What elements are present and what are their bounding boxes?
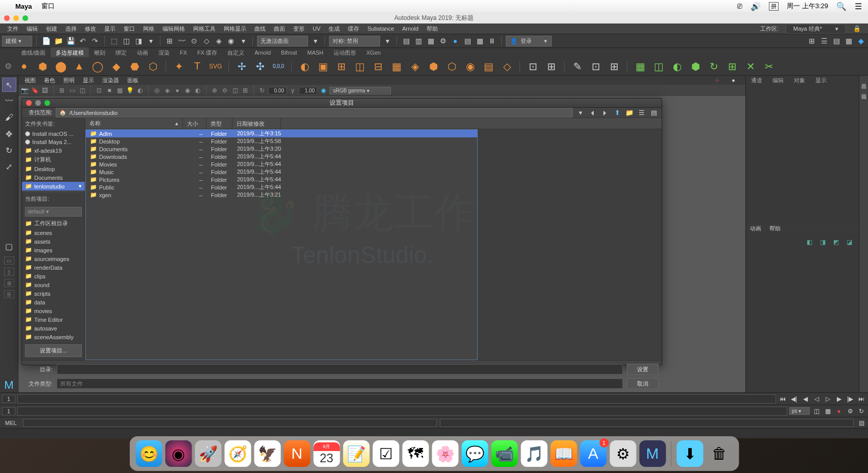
sel-mode-icon[interactable]: ▾ (146, 36, 156, 46)
project-dir-item[interactable]: 📁Time Editor (22, 315, 85, 324)
pt-light-icon[interactable]: 💡 (126, 86, 134, 94)
shelf-tab-poly[interactable]: 多边形建模 (51, 48, 89, 58)
outliner-toggle-icon[interactable]: ☰ (4, 290, 14, 298)
poly-cube-icon[interactable]: ⬢ (35, 59, 50, 74)
bookmark-item[interactable]: 📁Documents (22, 173, 85, 182)
fps-select[interactable]: ps ▾ (789, 407, 810, 415)
mirror-icon[interactable]: ▤ (481, 59, 496, 74)
uv5-icon[interactable]: ↻ (706, 59, 721, 74)
merge-icon[interactable]: ⬢ (426, 59, 441, 74)
file-row[interactable]: 📁Pictures--Folder2019/9...上午5:44 (86, 176, 477, 183)
dock-photos[interactable]: 🌸 (432, 440, 458, 467)
move-tool[interactable]: ✥ (2, 127, 16, 141)
minimize-window-button[interactable] (13, 15, 19, 21)
menu-curve[interactable]: 曲线 (250, 25, 270, 33)
svg-icon[interactable]: SVG (208, 59, 223, 74)
lasso-icon[interactable]: ◫ (121, 36, 131, 46)
menu-meshtools[interactable]: 网格工具 (189, 25, 220, 33)
pt-exp1-icon[interactable]: ⊕ (210, 86, 219, 94)
redo-icon[interactable]: ↷ (90, 36, 100, 46)
right-tab-channel[interactable]: 通道 (746, 75, 767, 86)
poly-cone-icon[interactable]: ▲ (72, 59, 87, 74)
playblast-icon[interactable]: ⏸ (487, 36, 497, 46)
pt-aa-icon[interactable]: ◉ (183, 86, 192, 94)
set-button[interactable]: 设置 (627, 364, 659, 375)
shelf-tab-fxcache[interactable]: FX 缓存 (192, 48, 222, 58)
pt-image-icon[interactable]: 🖼 (41, 86, 49, 94)
render-seq-icon[interactable]: ▦ (426, 36, 436, 46)
bookmark-item[interactable]: 📁tenlonstudio▾ (22, 182, 85, 191)
dock-trash[interactable]: 🗑 (706, 440, 733, 467)
type-select[interactable]: 所有文件 (57, 379, 623, 389)
right-tab-object[interactable]: 对象 (789, 75, 810, 86)
hypershade-icon[interactable]: ▦ (475, 36, 485, 46)
project-dir-item[interactable]: 📁sourceimages (22, 254, 85, 263)
col-name[interactable]: 名称▴ (85, 118, 183, 129)
collapse-icon[interactable]: ◈ (407, 59, 423, 74)
outliner-icon[interactable]: ☰ (819, 36, 829, 46)
shelf-tab-mash[interactable]: MASH (302, 48, 329, 57)
list-view-icon[interactable]: ☰ (637, 108, 646, 117)
new-folder-icon[interactable]: 📁 (625, 108, 634, 117)
anim-help[interactable]: 帮助 (769, 225, 781, 232)
paint-select-icon[interactable]: ◨ (133, 36, 144, 46)
dock-maya[interactable]: M (639, 440, 666, 467)
project-dir-item[interactable]: 📁movies (22, 306, 85, 315)
ipr-icon[interactable]: ▥ (413, 36, 424, 46)
file-row[interactable]: 📁xgen--Folder2019/9...上午3:21 (86, 191, 477, 199)
menu-help[interactable]: 帮助 (423, 25, 442, 33)
menu-surface[interactable]: 曲面 (270, 25, 289, 33)
uv1-icon[interactable]: ▦ (632, 59, 648, 74)
start-frame[interactable]: 1 (2, 395, 15, 403)
step-back-icon[interactable]: ◀ (801, 394, 810, 404)
pt-shadow-icon[interactable]: ◐ (136, 86, 144, 94)
poly-plane-icon[interactable]: ◆ (108, 59, 124, 74)
render-view-icon[interactable]: ▤ (462, 36, 473, 46)
file-row[interactable]: 📁Documents--Folder2019/9...上午3:20 (86, 145, 477, 153)
panel-light[interactable]: 照明 (59, 77, 79, 84)
bevel-icon[interactable]: ◫ (352, 59, 367, 74)
range-start[interactable]: 1 (2, 407, 15, 415)
layer-icon2[interactable]: ◨ (820, 239, 828, 246)
layer-icon1[interactable]: ◧ (807, 239, 815, 246)
dialog-zoom-button[interactable] (44, 100, 50, 106)
panel-shade[interactable]: 着色 (40, 77, 59, 84)
bookmark-item[interactable]: 📁Desktop (22, 164, 85, 173)
panel-renderer[interactable]: 渲染器 (98, 77, 123, 84)
dialog-title-bar[interactable]: 设置项目 (22, 99, 662, 108)
snap-point-icon[interactable]: ⊙ (189, 36, 199, 46)
project-dir-item[interactable]: 📁工作区根目录 (22, 219, 85, 228)
range-opt3-icon[interactable]: ⚙ (846, 407, 855, 416)
menu-uv[interactable]: UV (309, 26, 324, 32)
colorspace-select[interactable]: sRGB gamma ▾ (330, 87, 391, 94)
insert-edge-icon[interactable]: ⊞ (544, 59, 559, 74)
sculpt3-icon[interactable]: ⊞ (606, 59, 622, 74)
shelf-tab-anim[interactable]: 动画 (132, 48, 153, 58)
combine-icon[interactable]: ✢ (234, 59, 249, 74)
layout-h-icon[interactable]: ▭ (4, 256, 14, 265)
uv4-icon[interactable]: ⬢ (688, 59, 703, 74)
dir-input[interactable] (57, 364, 623, 374)
dock-settings[interactable]: ⚙ (609, 440, 636, 467)
snap-toggle-icon[interactable]: ▾ (238, 36, 248, 46)
anim-tab[interactable]: 动画 (750, 225, 761, 232)
pt-cm-icon[interactable]: ◉ (319, 86, 327, 94)
col-size[interactable]: 大小 (183, 118, 206, 129)
layer-icon3[interactable]: ◩ (833, 239, 841, 246)
step-fwd-icon[interactable]: ▶ (834, 394, 843, 404)
auto-key-icon[interactable]: ● (834, 407, 843, 416)
extrude-icon[interactable]: ▣ (315, 59, 331, 74)
file-row[interactable]: 📁Adlm--Folder2019/9...上午3:15 (86, 130, 477, 137)
sculpt2-icon[interactable]: ⊡ (588, 59, 603, 74)
uv8-icon[interactable]: ✂ (761, 59, 777, 74)
mac-menu-window[interactable]: 窗口 (41, 2, 55, 11)
dock-safari[interactable]: 🧭 (224, 440, 251, 467)
dock-mail[interactable]: 🦅 (254, 440, 280, 467)
snap-curve-icon[interactable]: 〰 (177, 36, 187, 46)
pt-iso-icon[interactable]: ◎ (153, 86, 161, 94)
pt-wire-icon[interactable]: ⊡ (95, 86, 103, 94)
scale-tool[interactable]: ⤢ (2, 159, 16, 174)
snap-grid-icon[interactable]: ⊞ (165, 36, 175, 46)
shelf-tab-arnold[interactable]: Arnold (249, 48, 276, 57)
play-fwd-icon[interactable]: ▷ (823, 394, 832, 404)
